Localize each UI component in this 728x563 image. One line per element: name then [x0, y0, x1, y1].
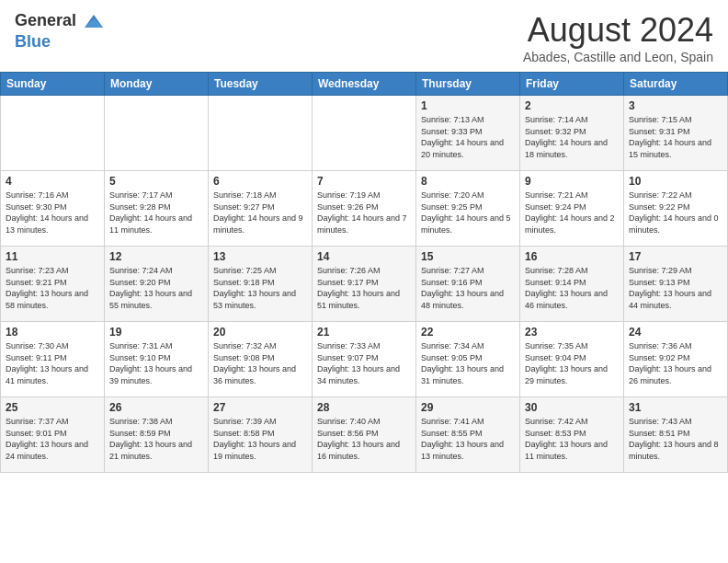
day-header-friday: Friday	[520, 73, 624, 96]
day-info: Sunrise: 7:32 AMSunset: 9:08 PMDaylight:…	[213, 340, 307, 386]
day-info: Sunrise: 7:31 AMSunset: 9:10 PMDaylight:…	[109, 340, 203, 386]
calendar-cell: 11Sunrise: 7:23 AMSunset: 9:21 PMDayligh…	[1, 247, 105, 322]
calendar-cell: 4Sunrise: 7:16 AMSunset: 9:30 PMDaylight…	[1, 171, 105, 247]
day-info: Sunrise: 7:18 AMSunset: 9:27 PMDaylight:…	[213, 190, 307, 236]
calendar-cell: 21Sunrise: 7:33 AMSunset: 9:07 PMDayligh…	[313, 322, 416, 397]
month-year: August 2024	[523, 11, 713, 50]
day-number: 29	[421, 401, 515, 414]
day-info: Sunrise: 7:29 AMSunset: 9:13 PMDaylight:…	[629, 265, 722, 311]
day-info: Sunrise: 7:37 AMSunset: 9:01 PMDaylight:…	[6, 416, 99, 462]
calendar-cell: 1Sunrise: 7:13 AMSunset: 9:33 PMDaylight…	[416, 96, 520, 171]
calendar-cell: 16Sunrise: 7:28 AMSunset: 9:14 PMDayligh…	[520, 247, 624, 322]
day-header-saturday: Saturday	[624, 73, 728, 96]
calendar-week-1: 1Sunrise: 7:13 AMSunset: 9:33 PMDaylight…	[1, 96, 728, 171]
calendar-cell: 27Sunrise: 7:39 AMSunset: 8:58 PMDayligh…	[209, 397, 313, 473]
calendar-cell: 24Sunrise: 7:36 AMSunset: 9:02 PMDayligh…	[624, 322, 728, 397]
day-info: Sunrise: 7:27 AMSunset: 9:16 PMDaylight:…	[421, 265, 515, 311]
calendar-cell	[105, 96, 209, 171]
day-info: Sunrise: 7:14 AMSunset: 9:32 PMDaylight:…	[525, 114, 619, 160]
day-info: Sunrise: 7:36 AMSunset: 9:02 PMDaylight:…	[629, 340, 722, 386]
calendar-cell: 12Sunrise: 7:24 AMSunset: 9:20 PMDayligh…	[105, 247, 209, 322]
day-info: Sunrise: 7:17 AMSunset: 9:28 PMDaylight:…	[109, 190, 203, 236]
calendar-cell	[209, 96, 313, 171]
day-number: 18	[6, 326, 99, 339]
day-info: Sunrise: 7:20 AMSunset: 9:25 PMDaylight:…	[421, 190, 515, 236]
day-info: Sunrise: 7:16 AMSunset: 9:30 PMDaylight:…	[6, 190, 99, 236]
calendar-cell: 3Sunrise: 7:15 AMSunset: 9:31 PMDaylight…	[624, 96, 728, 171]
logo-general: General	[15, 11, 76, 29]
day-info: Sunrise: 7:42 AMSunset: 8:53 PMDaylight:…	[525, 416, 619, 462]
day-number: 27	[213, 401, 307, 414]
calendar-cell: 30Sunrise: 7:42 AMSunset: 8:53 PMDayligh…	[520, 397, 624, 473]
title-area: August 2024 Abades, Castille and Leon, S…	[523, 11, 713, 64]
calendar-cell: 31Sunrise: 7:43 AMSunset: 8:51 PMDayligh…	[624, 397, 728, 473]
calendar-cell: 18Sunrise: 7:30 AMSunset: 9:11 PMDayligh…	[1, 322, 105, 397]
day-info: Sunrise: 7:43 AMSunset: 8:51 PMDaylight:…	[629, 416, 722, 462]
calendar-week-3: 11Sunrise: 7:23 AMSunset: 9:21 PMDayligh…	[1, 247, 728, 322]
day-info: Sunrise: 7:13 AMSunset: 9:33 PMDaylight:…	[421, 114, 515, 160]
day-number: 14	[317, 250, 411, 263]
day-info: Sunrise: 7:22 AMSunset: 9:22 PMDaylight:…	[629, 190, 722, 236]
day-info: Sunrise: 7:28 AMSunset: 9:14 PMDaylight:…	[525, 265, 619, 311]
calendar-header-row: SundayMondayTuesdayWednesdayThursdayFrid…	[1, 73, 728, 96]
day-number: 15	[421, 250, 515, 263]
calendar-cell: 28Sunrise: 7:40 AMSunset: 8:56 PMDayligh…	[313, 397, 416, 473]
day-number: 30	[525, 401, 619, 414]
calendar-cell: 8Sunrise: 7:20 AMSunset: 9:25 PMDaylight…	[416, 171, 520, 247]
calendar-cell: 13Sunrise: 7:25 AMSunset: 9:18 PMDayligh…	[209, 247, 313, 322]
calendar-cell: 25Sunrise: 7:37 AMSunset: 9:01 PMDayligh…	[1, 397, 105, 473]
calendar-cell: 6Sunrise: 7:18 AMSunset: 9:27 PMDaylight…	[209, 171, 313, 247]
calendar: SundayMondayTuesdayWednesdayThursdayFrid…	[0, 72, 728, 473]
day-number: 28	[317, 401, 411, 414]
day-number: 10	[629, 175, 722, 188]
calendar-cell: 29Sunrise: 7:41 AMSunset: 8:55 PMDayligh…	[416, 397, 520, 473]
day-info: Sunrise: 7:21 AMSunset: 9:24 PMDaylight:…	[525, 190, 619, 236]
day-header-tuesday: Tuesday	[209, 73, 313, 96]
calendar-cell: 15Sunrise: 7:27 AMSunset: 9:16 PMDayligh…	[416, 247, 520, 322]
calendar-cell: 23Sunrise: 7:35 AMSunset: 9:04 PMDayligh…	[520, 322, 624, 397]
day-number: 31	[629, 401, 722, 414]
day-info: Sunrise: 7:15 AMSunset: 9:31 PMDaylight:…	[629, 114, 722, 160]
day-number: 16	[525, 250, 619, 263]
location: Abades, Castille and Leon, Spain	[523, 50, 713, 64]
day-number: 19	[109, 326, 203, 339]
calendar-cell: 2Sunrise: 7:14 AMSunset: 9:32 PMDaylight…	[520, 96, 624, 171]
day-number: 7	[317, 175, 411, 188]
day-number: 25	[6, 401, 99, 414]
calendar-cell	[1, 96, 105, 171]
calendar-cell: 9Sunrise: 7:21 AMSunset: 9:24 PMDaylight…	[520, 171, 624, 247]
logo-blue: Blue	[15, 32, 51, 51]
day-number: 22	[421, 326, 515, 339]
day-number: 23	[525, 326, 619, 339]
day-number: 8	[421, 175, 515, 188]
day-info: Sunrise: 7:35 AMSunset: 9:04 PMDaylight:…	[525, 340, 619, 386]
day-info: Sunrise: 7:39 AMSunset: 8:58 PMDaylight:…	[213, 416, 307, 462]
day-info: Sunrise: 7:40 AMSunset: 8:56 PMDaylight:…	[317, 416, 411, 462]
header: General Blue August 2024 Abades, Castill…	[0, 0, 728, 72]
day-info: Sunrise: 7:19 AMSunset: 9:26 PMDaylight:…	[317, 190, 411, 236]
day-number: 11	[6, 250, 99, 263]
calendar-cell: 19Sunrise: 7:31 AMSunset: 9:10 PMDayligh…	[105, 322, 209, 397]
day-number: 12	[109, 250, 203, 263]
calendar-week-5: 25Sunrise: 7:37 AMSunset: 9:01 PMDayligh…	[1, 397, 728, 473]
day-info: Sunrise: 7:24 AMSunset: 9:20 PMDaylight:…	[109, 265, 203, 311]
logo: General Blue	[15, 11, 105, 50]
day-number: 26	[109, 401, 203, 414]
day-info: Sunrise: 7:26 AMSunset: 9:17 PMDaylight:…	[317, 265, 411, 311]
day-info: Sunrise: 7:38 AMSunset: 8:59 PMDaylight:…	[109, 416, 203, 462]
day-number: 2	[525, 99, 619, 112]
day-number: 24	[629, 326, 722, 339]
calendar-cell: 14Sunrise: 7:26 AMSunset: 9:17 PMDayligh…	[313, 247, 416, 322]
day-number: 21	[317, 326, 411, 339]
day-number: 1	[421, 99, 515, 112]
day-info: Sunrise: 7:23 AMSunset: 9:21 PMDaylight:…	[6, 265, 99, 311]
day-number: 3	[629, 99, 722, 112]
calendar-week-2: 4Sunrise: 7:16 AMSunset: 9:30 PMDaylight…	[1, 171, 728, 247]
day-number: 17	[629, 250, 722, 263]
calendar-cell: 7Sunrise: 7:19 AMSunset: 9:26 PMDaylight…	[313, 171, 416, 247]
day-info: Sunrise: 7:41 AMSunset: 8:55 PMDaylight:…	[421, 416, 515, 462]
calendar-cell: 22Sunrise: 7:34 AMSunset: 9:05 PMDayligh…	[416, 322, 520, 397]
day-number: 13	[213, 250, 307, 263]
day-header-monday: Monday	[105, 73, 209, 96]
day-number: 9	[525, 175, 619, 188]
